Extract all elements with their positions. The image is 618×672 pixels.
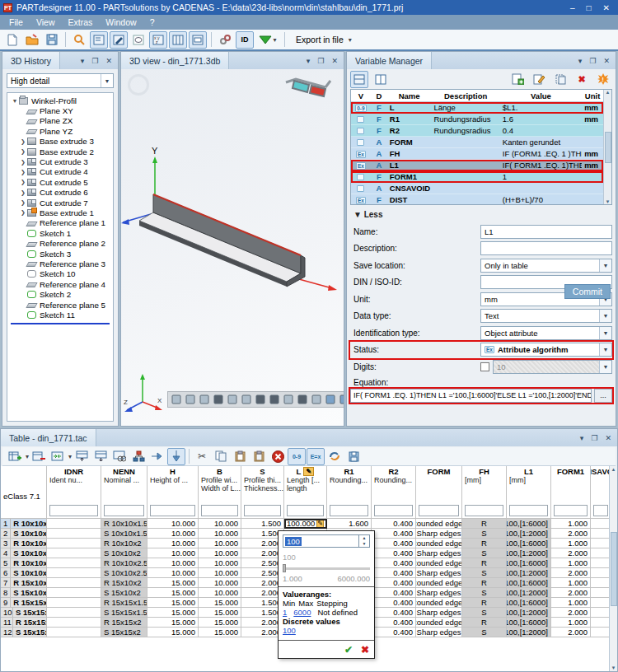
value-spinbox[interactable]: 100 ▲▼ — [283, 534, 370, 548]
tree-item-sketch-11[interactable]: Sketch 11 — [7, 310, 113, 320]
cell-b[interactable]: 10.000 — [199, 558, 241, 568]
cell-r2[interactable]: 0.400 — [372, 529, 416, 539]
tree-item-sketch-10[interactable]: Sketch 10 — [7, 269, 113, 279]
cell-edit-icon[interactable]: ✎ — [316, 519, 324, 528]
cell-form1[interactable]: 1.000 — [551, 539, 591, 548]
toggle-xyz-button[interactable]: x yz — [149, 31, 167, 49]
cell-idnr[interactable] — [47, 628, 101, 637]
layout-vertical-button[interactable] — [372, 71, 390, 88]
cell-idnr[interactable] — [47, 529, 101, 539]
cell-form1[interactable]: 2.000 — [551, 529, 591, 539]
tree-item-sketch-1[interactable]: Sketch 1 — [7, 228, 113, 238]
copy-variable-button[interactable] — [551, 71, 569, 88]
tree-item-base-extrude-1[interactable]: ❯Base extrude 1 — [7, 208, 113, 217]
add-table-caret[interactable]: ▾ — [26, 453, 29, 460]
toggle-sketcher-button[interactable] — [129, 31, 147, 49]
row-header[interactable]: 2S 10x10x1.5 — [1, 529, 47, 539]
cell-nenn[interactable]: S 15x10x2 — [101, 588, 147, 598]
column-header-l[interactable]: L ✎Length [...length — [284, 466, 327, 502]
status-select[interactable]: ExAttribute algorithm▼ — [480, 343, 612, 357]
cell-l1[interactable]: 100,[1:6000] — [507, 618, 551, 628]
cube-iso-1-icon[interactable] — [324, 393, 337, 406]
cell-l1[interactable]: 100,[1:2000] — [507, 529, 551, 539]
tree-item-reference-plane-4[interactable]: Reference plane 4 — [7, 279, 113, 289]
cell-form[interactable]: Rounded edges — [416, 578, 462, 588]
varman-close-icon[interactable]: ✕ — [603, 57, 610, 65]
tree-item-cut-extrude-3[interactable]: ❯Cut extrude 3 — [7, 156, 113, 166]
layout-horizontal-button[interactable] — [350, 71, 368, 88]
menu-view[interactable]: View — [30, 16, 61, 29]
filter-input-l1[interactable] — [509, 505, 548, 516]
scroll-up-icon[interactable]: ▲ — [606, 90, 611, 95]
cell-cns[interactable] — [591, 578, 611, 588]
tree-expander-icon[interactable]: ❯ — [19, 159, 27, 166]
edit-variable-button[interactable] — [530, 71, 548, 88]
table-menu-icon[interactable]: ▾ — [580, 434, 584, 442]
row-header[interactable]: 4S 10x10x2 — [1, 548, 47, 558]
cell-h[interactable]: 15.000 — [147, 598, 199, 608]
cell-cns[interactable] — [591, 618, 611, 628]
tree-item-sketch-3[interactable]: Sketch 3 — [7, 249, 113, 259]
cell-fh[interactable]: S — [462, 628, 507, 637]
column-header-l1[interactable]: L1[mm] — [507, 466, 551, 502]
cell-fh[interactable]: R — [462, 558, 507, 568]
remove-table-button[interactable] — [30, 448, 48, 465]
cell-l1[interactable]: 100,[1:2000] — [507, 588, 551, 598]
scroll-thumb[interactable] — [605, 132, 611, 163]
cell-idnr[interactable] — [47, 558, 101, 568]
description-field[interactable] — [480, 241, 612, 255]
equation-field[interactable]: IF( FORM1 .EQ. 1)THEN L1 ='100,[1:6000]'… — [350, 389, 592, 403]
cell-cns[interactable] — [591, 519, 611, 529]
history-menu-icon[interactable]: ▾ — [81, 57, 85, 65]
cell-form[interactable]: Sharp edges — [416, 628, 462, 637]
cell-h[interactable]: 10.000 — [147, 548, 199, 558]
minimize-button[interactable]: – — [570, 3, 575, 12]
column-header-r1[interactable]: R1Rounding... — [327, 466, 372, 502]
move-down-button[interactable] — [167, 448, 185, 465]
tree-item-reference-plane-5[interactable]: Reference plane 5 — [7, 300, 113, 310]
view3d-canvas[interactable]: Y Z X — [121, 69, 344, 426]
cell-form[interactable]: Rounded edges — [416, 539, 462, 548]
cell-idnr[interactable] — [47, 548, 101, 558]
variable-row-form1[interactable]: FFORM11 — [351, 171, 603, 183]
column-header-form[interactable]: FORM — [416, 466, 462, 502]
paste-button[interactable] — [231, 448, 249, 465]
table-row-1[interactable]: 1R 10x10x1.5R 10x10x1.510.00010.0001.500… — [1, 519, 617, 529]
copy-button[interactable] — [212, 448, 230, 465]
tree-item-cut-extrude-5[interactable]: ❯Cut extrude 5 — [7, 177, 113, 187]
cell-r2[interactable]: 0.400 — [372, 539, 416, 548]
cell-r2[interactable]: 0.400 — [372, 578, 416, 588]
cell-cns[interactable] — [591, 588, 611, 598]
tree-item-reference-plane-2[interactable]: Reference plane 2 — [7, 238, 113, 248]
cell-b[interactable]: 10.000 — [199, 588, 241, 598]
column-header-fh[interactable]: FH[mm] — [462, 466, 507, 502]
cell-h[interactable]: 10.000 — [147, 568, 199, 578]
detail-level-select[interactable]: High detail ▼ — [7, 73, 114, 88]
cell-r2[interactable]: 0.400 — [372, 568, 416, 578]
menu-extras[interactable]: Extras — [63, 16, 99, 29]
cell-b[interactable]: 15.000 — [199, 628, 241, 637]
tree-item-cut-extrude-7[interactable]: ❯Cut extrude 7 — [7, 198, 113, 208]
cell-r2[interactable]: 0.400 — [372, 628, 416, 637]
filter-input-l[interactable] — [287, 505, 324, 516]
cell-idnr[interactable] — [47, 539, 101, 548]
variable-row-l[interactable]: 0-9FLLänge$L1.mm — [351, 102, 603, 114]
cell-l1[interactable]: 100,[1:6000] — [507, 558, 551, 568]
close-button[interactable]: ✕ — [603, 3, 610, 12]
cell-form[interactable]: Sharp edges — [416, 608, 462, 618]
toggle-3d-view-button[interactable] — [110, 31, 128, 49]
save-location-select[interactable]: Only in table▼ — [480, 259, 612, 273]
tree-expander-icon[interactable]: ❯ — [19, 138, 27, 145]
cell-idnr[interactable] — [47, 608, 101, 618]
view3d-maximize-icon[interactable]: ❐ — [317, 57, 324, 65]
varman-menu-icon[interactable]: ▾ — [578, 57, 583, 65]
variable-table-scrollbar[interactable]: ▲ ▼ — [603, 90, 611, 204]
cell-fh[interactable]: R — [462, 539, 507, 548]
cell-form1[interactable]: 1.000 — [551, 598, 591, 608]
cell-l1[interactable]: 100,[1:6000] — [507, 539, 551, 548]
texture-box-icon[interactable] — [296, 393, 309, 406]
cell-cns[interactable] — [591, 628, 611, 637]
history-maximize-icon[interactable]: ❐ — [91, 57, 98, 65]
filter-input-b[interactable] — [201, 505, 238, 516]
cell-l1[interactable]: 100,[1:6000] — [507, 578, 551, 588]
